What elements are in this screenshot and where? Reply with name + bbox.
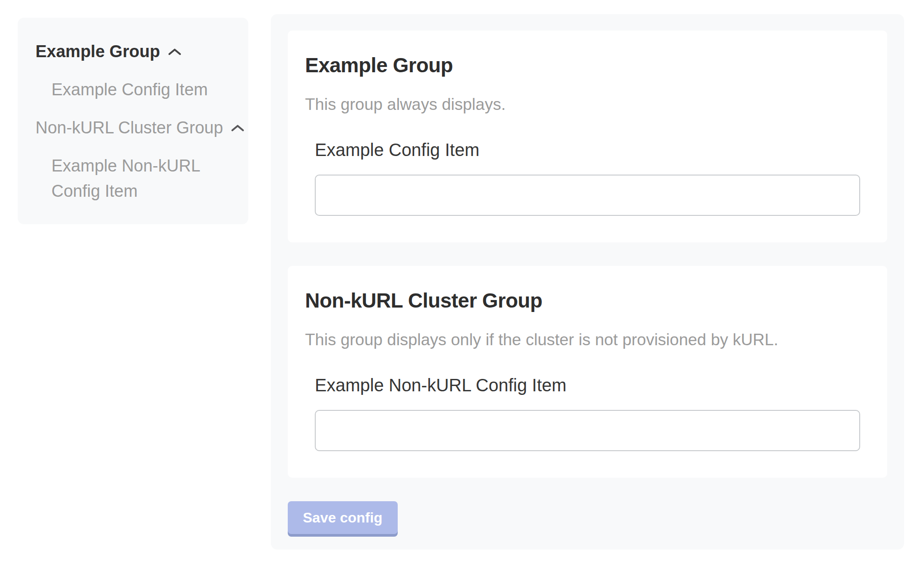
config-item: Example Non-kURL Config Item (315, 374, 860, 451)
sidebar-item-example-non-kurl-config-item[interactable]: Example Non-kURL Config Item (51, 153, 231, 204)
group-title: Example Group (305, 53, 870, 78)
group-title: Non-kURL Cluster Group (305, 288, 870, 313)
config-nav-sidebar: Example Group Example Config Item Non-kU… (18, 18, 248, 224)
sidebar-item-example-config-item[interactable]: Example Config Item (51, 77, 231, 102)
chevron-up-icon[interactable] (168, 48, 181, 56)
chevron-up-icon[interactable] (231, 124, 244, 132)
save-config-button[interactable]: Save config (288, 501, 398, 534)
config-group-card-example-group: Example Group This group always displays… (288, 31, 887, 242)
config-page: Example Group Example Config Item Non-kU… (0, 0, 924, 577)
config-group-card-non-kurl-cluster-group: Non-kURL Cluster Group This group displa… (288, 266, 887, 478)
sidebar-group-label: Example Group (35, 39, 160, 64)
sidebar-group-example-group[interactable]: Example Group (35, 39, 231, 64)
config-item-label: Example Non-kURL Config Item (315, 374, 860, 396)
sidebar-group-label: Non-kURL Cluster Group (35, 115, 223, 140)
config-main-panel: Example Group This group always displays… (271, 14, 904, 550)
example-non-kurl-config-item-input[interactable] (315, 410, 860, 451)
config-item-label: Example Config Item (315, 139, 860, 160)
example-config-item-input[interactable] (315, 175, 860, 216)
group-description: This group displays only if the cluster … (305, 330, 870, 350)
group-description: This group always displays. (305, 94, 870, 114)
sidebar-group-non-kurl-cluster-group[interactable]: Non-kURL Cluster Group (35, 115, 231, 140)
config-item: Example Config Item (315, 139, 860, 216)
